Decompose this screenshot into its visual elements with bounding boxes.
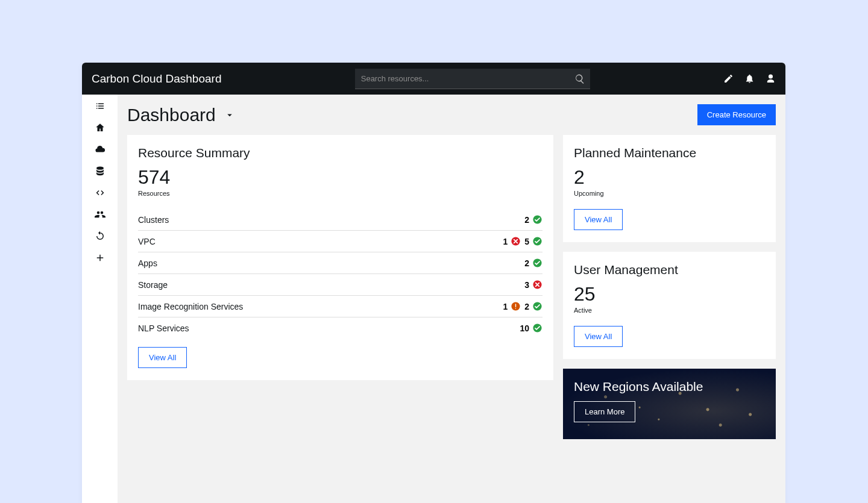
resource-status: 15 (503, 236, 542, 246)
resource-row[interactable]: NLP Services10 (138, 317, 542, 339)
resource-name: NLP Services (138, 323, 189, 333)
resource-name: Storage (138, 280, 168, 290)
page-title[interactable]: Dashboard (127, 105, 235, 125)
svg-rect-6 (515, 304, 516, 307)
status-group: 3 (524, 280, 542, 290)
resource-name: Image Recognition Services (138, 302, 243, 311)
dashboard-columns: Resource Summary 574 Resources Clusters2… (127, 135, 776, 439)
resource-total: 574 (138, 166, 542, 189)
resource-status: 10 (520, 323, 542, 333)
resource-summary-title: Resource Summary (138, 146, 542, 160)
status-group: 1 (503, 301, 521, 311)
search-container (355, 69, 590, 89)
resource-row[interactable]: Clusters2 (138, 209, 542, 231)
status-count: 2 (524, 302, 529, 311)
search-input[interactable] (355, 69, 590, 89)
sidebar-icon-users[interactable] (95, 209, 105, 222)
status-group: 10 (520, 323, 542, 333)
resource-row[interactable]: VPC15 (138, 231, 542, 252)
status-group: 5 (524, 236, 542, 246)
resource-view-all-button[interactable]: View All (138, 347, 187, 368)
user-mgmt-title: User Management (574, 263, 765, 277)
status-count: 2 (524, 258, 529, 268)
user-count: 25 (574, 283, 765, 305)
body: Dashboard Create Resource Resource Summa… (82, 95, 785, 503)
page-header: Dashboard Create Resource (127, 104, 776, 125)
create-resource-button[interactable]: Create Resource (697, 104, 776, 125)
status-count: 5 (524, 237, 529, 246)
app-window: Carbon Cloud Dashboard (82, 63, 785, 503)
svg-rect-7 (515, 308, 516, 308)
status-count: 1 (503, 302, 508, 311)
user-icon[interactable] (766, 73, 776, 84)
maintenance-count: 2 (574, 166, 765, 189)
status-group: 1 (503, 236, 521, 246)
regions-learn-more-button[interactable]: Learn More (574, 401, 635, 422)
maintenance-card: Planned Maintenance 2 Upcoming View All (563, 135, 776, 242)
col-left: Resource Summary 574 Resources Clusters2… (127, 135, 553, 439)
user-label: Active (574, 307, 765, 314)
resource-status: 2 (524, 258, 542, 268)
page-title-text: Dashboard (127, 105, 216, 125)
status-count: 1 (503, 237, 508, 246)
status-ok-icon (532, 214, 542, 225)
status-group: 2 (524, 301, 542, 311)
resource-status: 3 (524, 280, 542, 290)
status-ok-icon (532, 301, 542, 311)
chevron-down-icon (224, 110, 235, 120)
sidebar-icon-list[interactable] (95, 101, 105, 114)
col-right: Planned Maintenance 2 Upcoming View All … (563, 135, 776, 439)
resource-name: VPC (138, 237, 156, 246)
resource-row[interactable]: Storage3 (138, 274, 542, 296)
status-warn-icon (511, 301, 521, 311)
resource-summary-card: Resource Summary 574 Resources Clusters2… (127, 135, 553, 380)
main: Dashboard Create Resource Resource Summa… (118, 95, 785, 503)
sidebar (82, 95, 118, 503)
status-count: 3 (524, 280, 529, 290)
search-icon[interactable] (574, 73, 585, 84)
resource-name: Clusters (138, 215, 169, 225)
sidebar-icon-code[interactable] (95, 187, 105, 201)
maintenance-view-all-button[interactable]: View All (574, 209, 623, 230)
status-count: 2 (524, 215, 529, 225)
regions-title: New Regions Available (574, 380, 765, 394)
user-view-all-button[interactable]: View All (574, 326, 623, 347)
resource-status: 12 (503, 301, 542, 311)
resource-total-label: Resources (138, 190, 542, 197)
resource-row[interactable]: Apps2 (138, 252, 542, 274)
sidebar-icon-home[interactable] (95, 122, 105, 136)
topbar: Carbon Cloud Dashboard (82, 63, 785, 95)
edit-icon[interactable] (723, 73, 734, 84)
topbar-actions (723, 73, 776, 84)
status-count: 10 (520, 323, 529, 333)
resource-status: 2 (524, 214, 542, 225)
status-error-icon (511, 236, 521, 246)
resource-row[interactable]: Image Recognition Services12 (138, 296, 542, 317)
maintenance-label: Upcoming (574, 190, 765, 197)
bell-icon[interactable] (744, 73, 755, 84)
status-group: 2 (524, 214, 542, 225)
maintenance-title: Planned Maintenance (574, 146, 765, 160)
status-ok-icon (532, 323, 542, 333)
user-mgmt-card: User Management 25 Active View All (563, 252, 776, 359)
resource-rows: Clusters2VPC15Apps2Storage3Image Recogni… (138, 209, 542, 339)
app-title: Carbon Cloud Dashboard (92, 72, 221, 86)
status-ok-icon (532, 236, 542, 246)
sidebar-icon-database[interactable] (95, 166, 105, 179)
sidebar-icon-refresh[interactable] (95, 231, 105, 244)
regions-card: New Regions Available Learn More (563, 369, 776, 439)
status-ok-icon (532, 258, 542, 268)
status-group: 2 (524, 258, 542, 268)
sidebar-icon-add[interactable] (95, 252, 105, 266)
resource-name: Apps (138, 258, 157, 268)
sidebar-icon-cloud[interactable] (95, 144, 105, 157)
status-error-icon (532, 280, 542, 290)
